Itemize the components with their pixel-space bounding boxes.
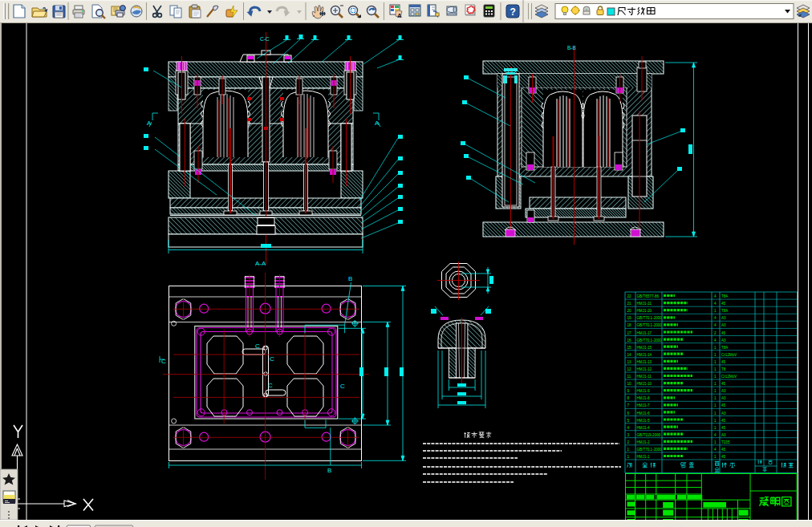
svg-text:A3: A3 (721, 316, 726, 320)
svg-text:C-C: C-C (260, 36, 270, 42)
svg-text:19: 19 (627, 316, 632, 320)
svg-text:7: 7 (627, 403, 630, 407)
svg-text:15: 15 (627, 346, 632, 350)
svg-text:HMJ1-10: HMJ1-10 (637, 382, 652, 386)
svg-text:T8: T8 (721, 367, 726, 371)
svg-text:B-B: B-B (567, 45, 576, 51)
svg-text:HMJ1-12: HMJ1-12 (637, 367, 652, 371)
svg-text:4: 4 (714, 302, 717, 306)
svg-text:1: 1 (714, 309, 717, 313)
svg-text:C: C (340, 383, 345, 390)
svg-text:C: C (255, 343, 260, 350)
svg-text:T235: T235 (721, 440, 730, 444)
svg-text:GB/T70.1-2000: GB/T70.1-2000 (637, 323, 663, 327)
svg-text:8: 8 (627, 396, 630, 400)
svg-text:HMJ1-17: HMJ1-17 (637, 331, 652, 335)
svg-text:HMJ1-9: HMJ1-9 (637, 389, 651, 393)
svg-text:Cr12MoV: Cr12MoV (721, 353, 737, 357)
svg-text:45: 45 (721, 331, 726, 335)
svg-text:45: 45 (721, 382, 726, 386)
svg-text:4: 4 (714, 294, 717, 298)
svg-text:T8A: T8A (721, 294, 729, 298)
svg-text:?: ? (510, 6, 516, 18)
svg-text:GB/T6577-86: GB/T6577-86 (637, 294, 660, 298)
svg-text:A3: A3 (721, 338, 726, 343)
svg-text:18: 18 (627, 323, 632, 327)
svg-text:1: 1 (714, 396, 717, 400)
svg-text:GB/T70.1-2000: GB/T70.1-2000 (637, 338, 663, 343)
svg-text:HMJ1-13: HMJ1-13 (637, 360, 652, 364)
svg-text:20: 20 (627, 309, 632, 313)
svg-text:A-A: A-A (255, 260, 266, 267)
svg-text:1: 1 (714, 346, 717, 350)
svg-text:A3: A3 (721, 411, 726, 416)
svg-text:4: 4 (714, 433, 717, 437)
svg-text:HMJ1-20: HMJ1-20 (637, 309, 652, 313)
svg-text:GB/T70.1-2000: GB/T70.1-2000 (637, 316, 663, 320)
svg-text:1: 1 (714, 411, 717, 416)
svg-text:T8A: T8A (721, 346, 729, 350)
svg-text:45: 45 (721, 426, 726, 430)
svg-text:1: 1 (714, 455, 717, 459)
svg-text:GB/T119-2000: GB/T119-2000 (637, 433, 661, 437)
svg-text:1: 1 (627, 448, 630, 452)
svg-text:1: 1 (714, 360, 717, 364)
svg-text:B: B (327, 467, 331, 474)
svg-text:9: 9 (627, 389, 630, 393)
svg-text:A3: A3 (721, 433, 726, 437)
svg-text:14: 14 (627, 353, 632, 357)
svg-text:10: 10 (627, 382, 632, 386)
svg-text:A: A (397, 12, 402, 19)
svg-text:2: 2 (714, 331, 717, 335)
svg-text:4: 4 (714, 448, 717, 452)
svg-text:1: 1 (714, 353, 717, 357)
svg-text:45: 45 (721, 360, 726, 364)
svg-text:1: 1 (714, 367, 717, 371)
svg-text:11: 11 (627, 375, 631, 379)
svg-text:HMJ1-1: HMJ1-1 (637, 455, 651, 459)
svg-text:4: 4 (627, 426, 630, 430)
svg-text:HMJ1-21: HMJ1-21 (637, 302, 652, 306)
svg-text:Cr12MoV: Cr12MoV (721, 375, 737, 379)
svg-text:3: 3 (627, 433, 630, 437)
svg-text:HMJ1-4: HMJ1-4 (637, 426, 651, 430)
svg-text:HMJ1-8: HMJ1-8 (637, 396, 651, 400)
svg-text:45: 45 (721, 302, 726, 306)
svg-text:6: 6 (627, 411, 630, 416)
svg-text:4: 4 (714, 323, 717, 327)
svg-text:1: 1 (714, 419, 717, 423)
svg-text:HMJ1-7: HMJ1-7 (637, 403, 651, 407)
svg-text:C: C (270, 355, 274, 363)
svg-text:B: B (348, 275, 352, 282)
svg-text:C: C (161, 358, 166, 365)
svg-text:13: 13 (627, 360, 632, 364)
svg-text:1: 1 (714, 403, 717, 407)
svg-text:16: 16 (627, 338, 632, 343)
svg-text:2: 2 (627, 440, 630, 444)
svg-text:22: 22 (627, 294, 632, 298)
svg-text:45: 45 (721, 455, 726, 459)
svg-text:A3: A3 (721, 323, 726, 327)
svg-text:HMJ1-5: HMJ1-5 (637, 419, 651, 423)
svg-text:12: 12 (627, 367, 632, 371)
svg-text:45: 45 (721, 448, 726, 452)
svg-text:45: 45 (721, 403, 726, 407)
svg-text:5: 5 (627, 419, 630, 423)
svg-text:A3: A3 (721, 396, 726, 400)
svg-text:17: 17 (627, 331, 632, 335)
svg-text:1: 1 (714, 389, 717, 393)
svg-text:21: 21 (627, 302, 632, 306)
svg-text:HMJ1-6: HMJ1-6 (637, 411, 651, 416)
svg-text:A3: A3 (721, 389, 726, 393)
svg-text:HMJ1-11: HMJ1-11 (637, 375, 652, 379)
svg-text:HMJ1-15: HMJ1-15 (637, 346, 652, 350)
svg-text:HMJ1-2: HMJ1-2 (637, 440, 651, 444)
svg-text:GB/T70.1-2000: GB/T70.1-2000 (637, 448, 663, 452)
svg-text:1: 1 (714, 440, 717, 444)
svg-text:4: 4 (714, 338, 717, 343)
svg-text:1: 1 (714, 375, 717, 379)
svg-text:1: 1 (627, 455, 630, 459)
svg-text:45: 45 (721, 419, 726, 423)
svg-text:HMJ1-14: HMJ1-14 (637, 353, 652, 357)
svg-text:T8A: T8A (721, 309, 729, 313)
